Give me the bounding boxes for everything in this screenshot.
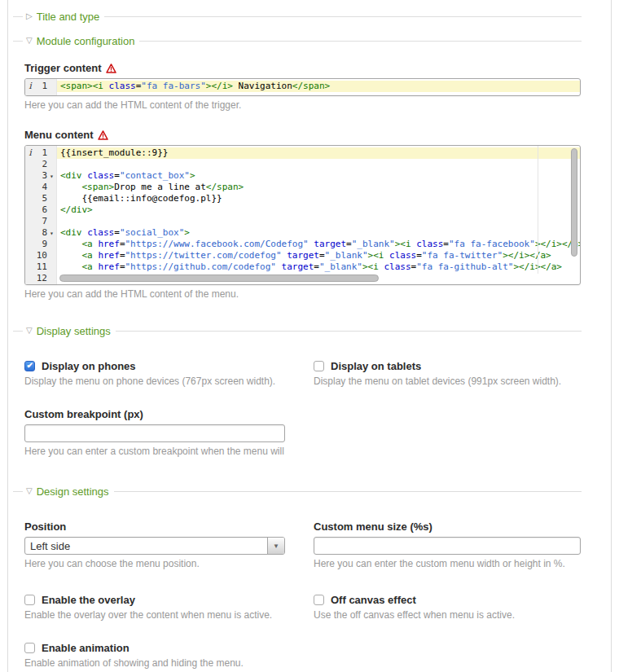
trigger-content-widget: Trigger content i1<span><i class="fa fa-…: [24, 62, 582, 111]
horizontal-scrollbar-thumb[interactable]: [59, 275, 379, 282]
custom-breakpoint-widget: Custom breakpoint (px) Here you can ente…: [24, 408, 285, 457]
enable-overlay-help: Enable the overlay over the content when…: [24, 609, 285, 621]
module-edit-form: ▷ Title and type ▽ Module configuration …: [7, 0, 612, 672]
fold-arrow-icon: [47, 147, 56, 159]
enable-overlay-checkbox[interactable]: [24, 595, 35, 605]
editor-code-area[interactable]: <span><i class="fa fa-bars"></i> Navigat…: [57, 79, 580, 95]
fold-arrow-icon: [47, 273, 56, 284]
display-on-phones-help: Display the menu on phone devices (767px…: [24, 376, 285, 387]
menu-content-label: Menu content: [24, 129, 582, 141]
section-toggle-module-configuration[interactable]: ▽ Module configuration: [13, 34, 582, 47]
code-line: <a href="https://twitter.com/codefog" ta…: [57, 250, 580, 261]
trigger-content-help: Here you can add the HTML content of the…: [24, 99, 582, 111]
section-toggle-title-and-type[interactable]: ▷ Title and type: [13, 10, 582, 23]
fold-arrow-icon: [47, 261, 56, 273]
triangle-down-icon: ▽: [23, 485, 37, 497]
display-on-tablets-widget: Display on tablets Display the menu on t…: [314, 360, 581, 387]
position-help: Here you can choose the menu position.: [24, 558, 285, 569]
triangle-down-icon: ▽: [23, 325, 37, 336]
info-icon: [25, 193, 35, 204]
trigger-content-editor[interactable]: i1<span><i class="fa fa-bars"></i> Navig…: [24, 78, 581, 96]
print-margin-line: [538, 146, 538, 274]
position-label: Position: [24, 520, 285, 533]
info-icon: [25, 227, 35, 239]
code-line: <a href="https://github.com/codefog" tar…: [57, 261, 580, 273]
section-toggle-design-settings[interactable]: ▽ Design settings: [13, 485, 582, 498]
line-number: 9: [35, 239, 47, 250]
code-line: <span>Drop me a line at</span>: [57, 182, 580, 193]
display-on-tablets-label[interactable]: Display on tablets: [331, 360, 421, 372]
menu-content-editor[interactable]: i123▾45678▾9101112{{insert_module::9}}<d…: [24, 145, 581, 285]
line-number: 1: [35, 147, 47, 159]
position-widget: Position Left side ▼ Here you can choose…: [24, 520, 285, 569]
enable-overlay-label[interactable]: Enable the overlay: [42, 594, 135, 606]
code-line: [57, 159, 580, 170]
vertical-scrollbar-thumb[interactable]: [571, 148, 577, 257]
enable-animation-help: Enable animation of showing and hiding t…: [24, 657, 285, 669]
fold-arrow-icon: [47, 182, 56, 193]
info-icon: [25, 170, 35, 182]
code-line: {{email::info@codefog.pl}}: [57, 193, 580, 204]
custom-breakpoint-help: Here you can enter a custom breakpoint w…: [24, 446, 285, 457]
code-line: <a href="https://www.facebook.com/Codefo…: [57, 239, 580, 250]
info-icon: [25, 273, 35, 284]
fold-arrow-icon: [47, 204, 56, 216]
position-select-value: Left side: [25, 540, 267, 552]
code-line: <span><i class="fa fa-bars"></i> Navigat…: [57, 81, 580, 92]
code-line: [57, 216, 580, 227]
custom-breakpoint-input[interactable]: [24, 424, 285, 442]
info-icon: [25, 261, 35, 273]
line-number: 1: [35, 81, 47, 92]
line-number: 3: [35, 170, 47, 182]
info-icon: [25, 250, 35, 261]
off-canvas-label[interactable]: Off canvas effect: [331, 594, 416, 606]
custom-breakpoint-label: Custom breakpoint (px): [24, 408, 285, 420]
field-label-text: Trigger content: [24, 62, 102, 74]
fold-arrow-icon: [47, 216, 56, 227]
line-number: 7: [35, 216, 47, 227]
line-number: 8: [35, 227, 47, 239]
field-label-text: Menu content: [24, 129, 94, 141]
field-label-text: Position: [24, 520, 66, 533]
display-on-tablets-checkbox[interactable]: [314, 361, 324, 371]
info-icon: [25, 182, 35, 193]
custom-menu-size-input[interactable]: [314, 537, 581, 555]
fold-arrow-icon[interactable]: ▾: [47, 170, 56, 182]
info-icon: [25, 204, 35, 216]
editor-gutter: i123▾45678▾9101112: [25, 146, 57, 284]
line-number: 4: [35, 182, 47, 193]
fold-arrow-icon: [47, 81, 56, 92]
info-icon: i: [25, 81, 35, 92]
menu-content-help: Here you can add the HTML content of the…: [24, 288, 582, 300]
enable-animation-label[interactable]: Enable animation: [42, 642, 130, 654]
editor-code-area[interactable]: {{insert_module::9}}<div class="contact_…: [57, 146, 580, 284]
triangle-right-icon: ▷: [23, 11, 37, 22]
code-line: <div class="contact_box">: [57, 170, 580, 182]
horizontal-scrollbar[interactable]: [59, 275, 567, 282]
custom-menu-size-widget: Custom menu size (%s) Here you can enter…: [314, 520, 581, 569]
fold-arrow-icon: [47, 239, 56, 250]
warning-icon: [98, 130, 108, 140]
section-label: Design settings: [37, 485, 114, 498]
fold-arrow-icon[interactable]: ▾: [47, 227, 56, 239]
warning-icon: [106, 64, 116, 73]
off-canvas-checkbox[interactable]: [314, 595, 324, 605]
off-canvas-widget: Off canvas effect Use the off canvas eff…: [314, 594, 581, 621]
enable-overlay-widget: Enable the overlay Enable the overlay ov…: [24, 594, 285, 621]
display-on-tablets-help: Display the menu on tablet devices (991p…: [314, 376, 581, 387]
triangle-down-icon: ▽: [23, 35, 37, 46]
off-canvas-help: Use the off canvas effect when menu is a…: [314, 609, 581, 621]
line-number: 6: [35, 204, 47, 216]
section-toggle-display-settings[interactable]: ▽ Display settings: [13, 324, 582, 337]
code-line: <div class="social_box">: [57, 227, 580, 239]
section-label: Title and type: [37, 11, 105, 23]
enable-animation-checkbox[interactable]: [24, 643, 35, 653]
position-select[interactable]: Left side ▼: [24, 537, 285, 555]
line-number: 11: [35, 261, 47, 273]
editor-gutter: i1: [25, 79, 57, 95]
line-number: 10: [35, 250, 47, 261]
fold-arrow-icon: [47, 250, 56, 261]
display-on-phones-checkbox[interactable]: [24, 361, 35, 371]
fold-arrow-icon: [47, 159, 56, 170]
display-on-phones-label[interactable]: Display on phones: [42, 360, 136, 372]
